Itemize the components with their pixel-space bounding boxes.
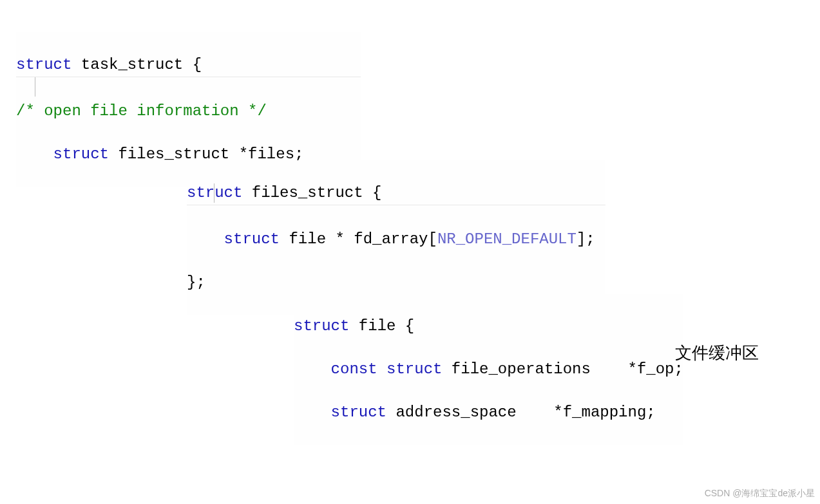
keyword-struct: struct	[294, 317, 349, 335]
watermark-text: CSDN @海绵宝宝de派小星	[705, 487, 815, 500]
code-text: file {	[349, 317, 414, 335]
cursor-indicator	[35, 77, 35, 97]
code-text: address_space *f_mapping;	[386, 404, 656, 421]
code-block-files-struct: struct files_struct { struct file * fd_a…	[187, 160, 605, 315]
keyword-struct: struct	[331, 404, 386, 421]
code-text: task_struct {	[72, 56, 202, 73]
keyword-struct: struct	[16, 56, 72, 73]
code-comment: /* open file information */	[16, 102, 267, 120]
keyword-struct: struct	[53, 145, 109, 163]
annotation-label: 文件缓冲区	[675, 341, 759, 364]
keyword-struct: struct	[386, 360, 442, 378]
keyword-const: const	[331, 360, 377, 378]
code-text: file_operations *f_op;	[442, 360, 683, 378]
cursor-indicator	[214, 183, 215, 203]
code-text: files_struct {	[242, 184, 381, 201]
code-text: file * fd_array[	[280, 230, 437, 248]
code-constant: NR_OPEN_DEFAULT	[437, 230, 577, 248]
code-block-file: struct file { const struct file_operatio…	[294, 294, 683, 445]
keyword-struct: struct	[187, 184, 242, 201]
code-text: ];	[577, 230, 595, 248]
code-text: };	[187, 274, 205, 291]
keyword-struct: struct	[224, 230, 280, 248]
